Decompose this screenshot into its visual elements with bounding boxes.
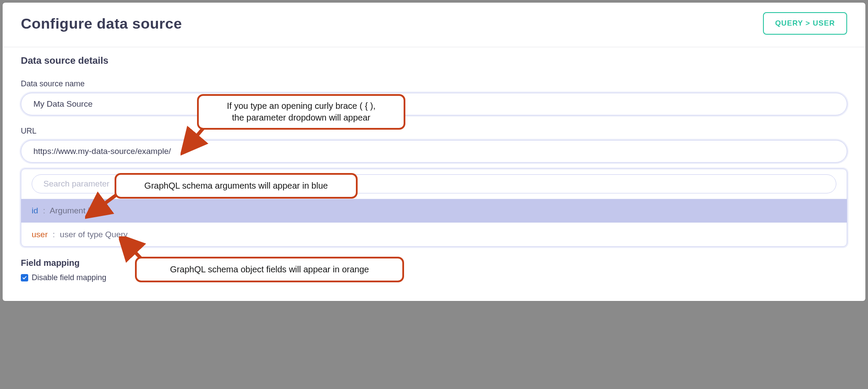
annotation-arguments-blue: GraphQL schema arguments will appear in … <box>115 173 358 199</box>
checkbox-icon <box>21 274 28 281</box>
section-title-data-source-details: Data source details <box>21 55 847 66</box>
dropdown-item-desc: Argument id <box>50 206 94 215</box>
checkmark-icon <box>22 275 27 280</box>
annotation-object-fields-orange: GraphQL schema object fields will appear… <box>135 257 404 282</box>
label-data-source-name: Data source name <box>21 79 847 88</box>
dropdown-item-separator: : <box>43 206 45 215</box>
breadcrumb-button[interactable]: QUERY > USER <box>763 12 847 35</box>
annotation-curly-brace: If you type an opening curly brace ( { )… <box>197 94 405 130</box>
label-url: URL <box>21 127 847 136</box>
input-data-source-name[interactable] <box>21 93 847 115</box>
panel-header: Configure data source QUERY > USER <box>3 3 865 47</box>
configure-data-source-panel: Configure data source QUERY > USER Data … <box>3 3 865 301</box>
dropdown-item-key: user <box>32 230 48 239</box>
dropdown-item-separator: : <box>53 230 55 239</box>
dropdown-item-object[interactable]: user : user of type Query <box>21 222 847 246</box>
checkbox-label: Disable field mapping <box>32 273 106 282</box>
page-title: Configure data source <box>21 15 182 32</box>
input-url[interactable] <box>21 140 847 163</box>
dropdown-item-key: id <box>32 206 38 215</box>
dropdown-item-desc: user of type Query <box>60 230 128 239</box>
dropdown-item-argument[interactable]: id : Argument id <box>21 199 847 222</box>
panel-body: Data source details Data source name URL… <box>3 47 865 291</box>
field-data-source-name: Data source name <box>21 79 847 115</box>
